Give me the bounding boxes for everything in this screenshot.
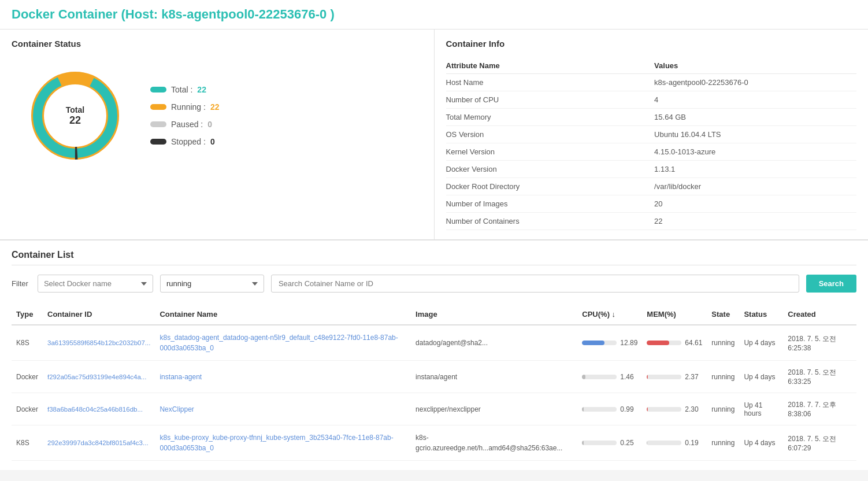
cpu-bar-bg — [582, 441, 617, 445]
created-cell: 2018. 7. 5. 오전 6:07:29 — [783, 426, 856, 461]
container-status-title: Container Status — [12, 39, 422, 49]
name-cell: k8s_kube-proxy_kube-proxy-tfnnj_kube-sys… — [155, 426, 411, 461]
page-title: Docker Container (Host: k8s-agentpool0-2… — [0, 0, 868, 29]
mem-bar-fill — [647, 441, 647, 445]
cpu-cell: 0.99 — [577, 393, 642, 426]
status-cell: Up 4 days — [739, 426, 783, 461]
legend-label-running: Running : — [171, 102, 206, 112]
mem-bar-bg — [647, 441, 681, 445]
col-name: Container Name — [155, 304, 411, 325]
table-header-row: Type Container ID Container Name Image C… — [12, 304, 856, 325]
info-attr-cell: Number of CPU — [446, 91, 655, 109]
donut-chart: Total 22 — [23, 64, 127, 168]
state-cell: running — [707, 361, 739, 393]
info-col-value: Values — [654, 58, 856, 74]
info-table-row: Docker Root Directory /var/lib/docker — [446, 178, 857, 195]
info-value-cell: 20 — [654, 195, 856, 213]
info-value-cell: 15.64 GB — [654, 109, 856, 126]
cpu-value: 1.46 — [620, 373, 633, 381]
docker-name-select[interactable]: Select Docker name — [38, 275, 153, 293]
legend-item-running: Running : 22 — [150, 102, 220, 112]
filter-label: Filter — [12, 279, 28, 288]
info-attr-cell: Docker Version — [446, 161, 655, 178]
search-input[interactable] — [271, 275, 799, 293]
state-cell: running — [707, 426, 739, 461]
legend-dot-stopped — [150, 139, 166, 145]
info-attr-cell: Total Memory — [446, 109, 655, 126]
col-created: Created — [783, 304, 856, 325]
image-cell: nexclipper/nexclipper — [411, 393, 577, 426]
cpu-value: 12.89 — [620, 339, 637, 347]
state-cell: running — [707, 325, 739, 361]
cpu-bar-fill — [582, 441, 584, 445]
legend-count-running: 22 — [210, 102, 220, 112]
container-name-link[interactable]: k8s_kube-proxy_kube-proxy-tfnnj_kube-sys… — [159, 434, 393, 452]
cpu-bar-fill — [582, 341, 604, 345]
legend-dot-paused — [150, 121, 166, 127]
legend-item-stopped: Stopped : 0 — [150, 137, 220, 146]
container-id-link[interactable]: f292a05ac75d93199e4e894c4a... — [47, 373, 146, 380]
type-cell: K8S — [12, 426, 43, 461]
legend-count-total: 22 — [197, 85, 206, 94]
info-table-row: Kernel Version 4.15.0-1013-azure — [446, 143, 857, 161]
created-cell: 2018. 7. 7. 오후 8:38:06 — [783, 393, 856, 426]
container-list-section: Container List Filter Select Docker name… — [0, 240, 868, 470]
list-section-title: Container List — [12, 250, 856, 265]
cpu-value: 0.25 — [620, 439, 633, 447]
type-cell: Docker — [12, 393, 43, 426]
info-col-attr: Attribute Name — [446, 58, 655, 74]
mem-value: 0.19 — [685, 439, 698, 447]
info-table-row: OS Version Ubuntu 16.04.4 LTS — [446, 126, 857, 143]
filter-row: Filter Select Docker name running Search — [12, 275, 856, 293]
created-cell: 2018. 7. 5. 오전 6:25:38 — [783, 325, 856, 361]
type-cell: K8S — [12, 325, 43, 361]
col-cpu: CPU(%) ↓ — [577, 304, 642, 325]
info-attr-cell: Kernel Version — [446, 143, 655, 161]
donut-label: Total — [66, 105, 84, 114]
mem-cell: 64.61 — [642, 325, 707, 361]
mem-value: 64.61 — [685, 339, 702, 347]
col-status: Status — [739, 304, 783, 325]
legend-count-paused: 0 — [207, 120, 212, 129]
cpu-value: 0.99 — [620, 405, 633, 413]
cpu-cell: 0.25 — [577, 426, 642, 461]
search-button[interactable]: Search — [806, 275, 856, 293]
status-cell: Up 41 hours — [739, 393, 783, 426]
mem-cell: 2.30 — [642, 393, 707, 426]
info-table-row: Total Memory 15.64 GB — [446, 109, 857, 126]
container-status-panel: Container Status Total 22 — [0, 29, 435, 239]
info-attr-cell: Host Name — [446, 74, 655, 91]
container-id-link[interactable]: 3a61395589f6854b12bc2032b07... — [47, 339, 150, 346]
container-name-link[interactable]: k8s_datadog-agent_datadog-agent-n5lr9_de… — [159, 334, 398, 352]
mem-value: 2.37 — [685, 373, 698, 381]
info-attr-cell: Number of Containers — [446, 213, 655, 230]
col-image: Image — [411, 304, 577, 325]
legend-label-total: Total : — [171, 85, 192, 94]
id-cell: f292a05ac75d93199e4e894c4a... — [43, 361, 155, 393]
id-cell: 3a61395589f6854b12bc2032b07... — [43, 325, 155, 361]
container-info-title: Container Info — [446, 39, 857, 49]
info-value-cell: Ubuntu 16.04.4 LTS — [654, 126, 856, 143]
status-select[interactable]: running — [160, 275, 264, 293]
cpu-bar-bg — [582, 407, 617, 412]
name-cell: k8s_datadog-agent_datadog-agent-n5lr9_de… — [155, 325, 411, 361]
info-attr-cell: OS Version — [446, 126, 655, 143]
container-id-link[interactable]: f38a6ba648c04c25a46b816db... — [47, 406, 143, 413]
container-info-panel: Container Info Attribute Name Values Hos… — [435, 29, 869, 239]
cpu-bar-fill — [582, 375, 585, 379]
name-cell: instana-agent — [155, 361, 411, 393]
top-section: Container Status Total 22 — [0, 29, 868, 240]
state-cell: running — [707, 393, 739, 426]
legend: Total : 22 Running : 22 Paused : 0 Stopp… — [150, 85, 220, 146]
id-cell: f38a6ba648c04c25a46b816db... — [43, 393, 155, 426]
container-name-link[interactable]: instana-agent — [159, 373, 202, 381]
info-table-row: Number of CPU 4 — [446, 91, 857, 109]
mem-value: 2.30 — [685, 405, 698, 413]
container-id-link[interactable]: 292e39997da3c842bf8015af4c3... — [47, 439, 149, 446]
info-value-cell: k8s-agentpool0-22253676-0 — [654, 74, 856, 91]
info-table-row: Number of Images 20 — [446, 195, 857, 213]
created-cell: 2018. 7. 5. 오전 6:33:25 — [783, 361, 856, 393]
info-table: Attribute Name Values Host Name k8s-agen… — [446, 58, 857, 230]
container-name-link[interactable]: NexClipper — [159, 405, 194, 413]
container-data-table: Type Container ID Container Name Image C… — [12, 304, 856, 461]
